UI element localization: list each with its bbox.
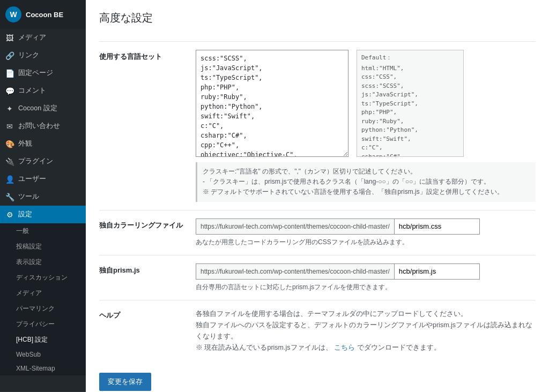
custom-css-prefix: https://fukurowl-tech.com/wp-content/the… [196,218,394,235]
sidebar-item-comments[interactable]: 💬 コメント [0,82,86,100]
custom-prism-prefix: https://fukurowl-tech.com/wp-content/the… [196,263,394,280]
sidebar-item-label: ツール [18,192,39,201]
sidebar-item-settings[interactable]: ⚙ 設定 [0,206,86,223]
custom-css-input-group: https://fukurowl-tech.com/wp-content/the… [196,218,536,235]
submenu-media[interactable]: メディア [0,285,86,301]
help-control: 各独自ファイルを使用する場合は、テーマフォルダの中にアップロードしてください。 … [196,308,536,354]
lang-help-line1: クラスキー:"言語名" の形式で、","（カンマ）区切りで記述してください。 [203,167,530,177]
sidebar-item-fixed-page[interactable]: 📄 固定ページ [0,64,86,82]
sidebar-item-label: 設定 [18,210,32,219]
submenu-general[interactable]: 一般 [0,223,86,239]
sidebar-item-label: お問い合わせ [18,122,60,131]
main-content: 高度な設定 使用する言語セット Default： html:"HTML", cs… [86,0,549,392]
custom-prism-input-group: https://fukurowl-tech.com/wp-content/the… [196,263,536,280]
lang-set-control: Default： html:"HTML", css:"CSS", scss:"S… [196,50,536,202]
mail-icon: ✉ [5,122,14,131]
sidebar-item-tools[interactable]: 🔧 ツール [0,188,86,206]
help-line3-prefix: ※ 現在読み込んでいるprism.jsファイルは、 [196,344,332,351]
submenu-reading[interactable]: 表示設定 [0,254,86,270]
sidebar-item-plugins[interactable]: 🔌 プラグイン [0,153,86,170]
sidebar-item-cocoon[interactable]: ✦ Cocoon 設定 [0,100,86,117]
custom-css-row: 独自カラーリングファイル https://fukurowl-tech.com/w… [99,210,536,255]
content-area: 高度な設定 使用する言語セット Default： html:"HTML", cs… [86,0,549,392]
sidebar-item-label: Cocoon 設定 [18,104,57,113]
lang-default-header: Default： [361,54,459,63]
lang-help-line3: ※ デフォルトでサポートされていない言語を使用する場合、「独自prism.js」… [203,187,530,197]
comment-icon: 💬 [5,87,14,95]
lang-help-line2: - 「クラスキー」は、prism.jsで使用されるクラス名（「lang-○○」の… [203,177,530,187]
submenu-writing[interactable]: 投稿設定 [0,239,86,254]
lang-set-label: 使用する言語セット [99,50,185,62]
sidebar-item-label: プラグイン [18,157,53,166]
lang-default-box: Default： html:"HTML", css:"CSS", scss:"S… [357,50,464,157]
sidebar-item-label: リンク [18,51,39,60]
settings-submenu: 一般 投稿設定 表示設定 ディスカッション メディア パーマリンク プライバシー… [0,223,86,375]
sidebar-logo[interactable]: W Cocoon BE [0,0,86,29]
submenu-xml-sitemap[interactable]: XML-Sitemap [0,361,86,375]
sidebar-item-links[interactable]: 🔗 リンク [0,47,86,64]
help-label: ヘルプ [99,308,185,320]
sidebar-item-contact[interactable]: ✉ お問い合わせ [0,117,86,135]
help-line3-suffix: でダウンロードできます。 [357,344,441,351]
lang-set-help: クラスキー:"言語名" の形式で、","（カンマ）区切りで記述してください。 -… [196,162,536,202]
sidebar-item-appearance[interactable]: 🎨 外観 [0,135,86,153]
submenu-hcb-settings[interactable]: [HCB] 設定 [0,332,86,348]
sidebar-item-label: 外観 [18,139,32,148]
help-block: 各独自ファイルを使用する場合は、テーマフォルダの中にアップロードしてください。 … [196,308,536,354]
custom-prism-input[interactable] [394,263,480,280]
site-title: Cocoon BE [26,11,63,19]
media-icon: 🖼 [5,34,14,42]
help-line3: ※ 現在読み込んでいるprism.jsファイルは、 こちら でダウンロードできま… [196,342,536,353]
sidebar-item-label: 固定ページ [18,69,53,78]
custom-css-control: https://fukurowl-tech.com/wp-content/the… [196,218,536,247]
help-line2: 独自ファイルへのパスを設定すると、デフォルトのカラーリングファイルやprism.… [196,320,536,343]
submenu-privacy[interactable]: プライバシー [0,316,86,332]
custom-css-help: あなたが用意したコードカラーリング用のCSSファイルを読み込みます。 [196,238,536,247]
sidebar-item-label: メディア [18,33,46,42]
page-icon: 📄 [5,69,14,78]
sidebar-item-label: コメント [18,86,46,95]
lang-set-container: Default： html:"HTML", css:"CSS", scss:"S… [196,50,536,157]
custom-prism-label: 独自prism.js [99,263,185,275]
submenu-websub[interactable]: WebSub [0,348,86,361]
site-icon: W [5,6,21,22]
sidebar-menu: 🖼 メディア 🔗 リンク 📄 固定ページ 💬 コメント ✦ Cocoon 設定 … [0,29,86,391]
sidebar-item-media[interactable]: 🖼 メディア [0,29,86,47]
submenu-discussion[interactable]: ディスカッション [0,270,86,285]
custom-css-label: 独自カラーリングファイル [99,218,185,230]
plugin-icon: 🔌 [5,157,14,166]
sidebar: W Cocoon BE 🖼 メディア 🔗 リンク 📄 固定ページ 💬 コメント … [0,0,86,392]
sidebar-item-label: ユーザー [18,175,46,184]
settings-icon: ⚙ [5,210,14,219]
lang-set-textarea[interactable] [196,50,348,157]
sidebar-item-users[interactable]: 👤 ユーザー [0,170,86,188]
custom-prism-row: 独自prism.js https://fukurowl-tech.com/wp-… [99,255,536,300]
custom-css-input[interactable] [394,218,480,235]
page-title: 高度な設定 [99,11,536,31]
lang-default-value: html:"HTML", css:"CSS", scss:"SCSS", js:… [361,64,459,157]
custom-prism-control: https://fukurowl-tech.com/wp-content/the… [196,263,536,292]
cocoon-icon: ✦ [5,104,14,113]
help-row: ヘルプ 各独自ファイルを使用する場合は、テーマフォルダの中にアップロードしてくだ… [99,300,536,362]
save-button[interactable]: 変更を保存 [99,373,151,391]
help-line1: 各独自ファイルを使用する場合は、テーマフォルダの中にアップロードしてください。 [196,308,536,320]
tools-icon: 🔧 [5,193,14,201]
user-icon: 👤 [5,175,14,184]
lang-set-row: 使用する言語セット Default： html:"HTML", css:"CSS… [99,41,536,210]
submenu-permalinks[interactable]: パーマリンク [0,301,86,316]
custom-prism-help: 自分専用の言語セットに対応したprism.jsファイルを使用できます。 [196,283,536,292]
link-icon: 🔗 [5,51,14,60]
appearance-icon: 🎨 [5,140,14,148]
help-download-link[interactable]: こちら [334,344,355,351]
